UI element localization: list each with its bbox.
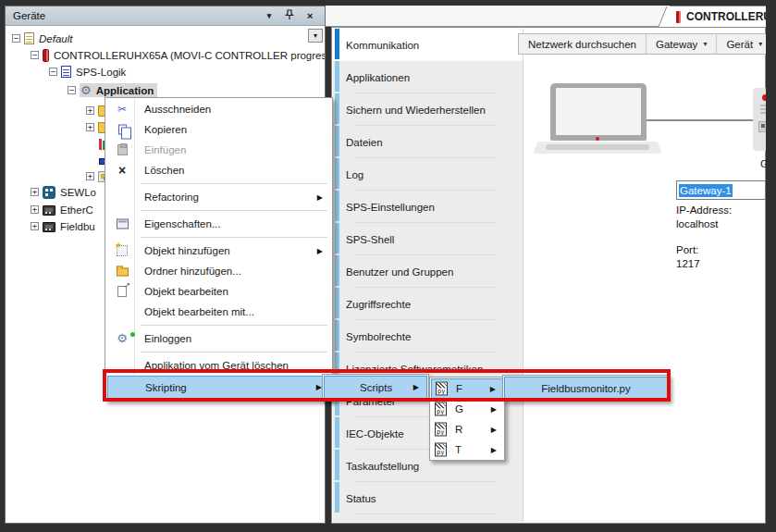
python-file-icon: py	[435, 423, 447, 437]
communication-toolbar: Netzwerk durchsuchen Gateway ▾ Gerät ▾	[518, 33, 772, 55]
paste-icon	[111, 144, 133, 155]
tab-title: CONTROLLERUHX65A	[686, 10, 776, 23]
menu-item-letter-t[interactable]: py T ▶	[431, 439, 503, 460]
controller-device-icon	[43, 49, 49, 62]
ip-address-label: IP-Address:	[676, 204, 732, 216]
scan-network-button[interactable]: Netzwerk durchsuchen	[519, 34, 647, 54]
tree-item-ethercat[interactable]: + EtherC	[31, 202, 93, 217]
add-object-icon	[111, 245, 133, 256]
menu-item-paste: Einfügen	[107, 140, 330, 160]
menu-item-add-object[interactable]: Objekt hinzufügen ▶	[107, 241, 330, 261]
copy-icon	[111, 125, 133, 135]
python-file-icon: py	[435, 402, 447, 416]
folder-icon	[111, 266, 133, 277]
ip-address-value: localhost	[676, 218, 718, 229]
nav-item-symbolrechte[interactable]: Symbolrechte	[333, 320, 523, 353]
laptop-keyboard	[546, 144, 649, 150]
expand-icon[interactable]: +	[31, 222, 39, 230]
menu-item-add-folder[interactable]: Ordner hinzufügen...	[107, 261, 330, 281]
gateway-dropdown-button[interactable]: Gateway ▾	[647, 34, 717, 54]
device-dropdown-button[interactable]: Gerät ▾	[717, 34, 771, 54]
login-gear-icon: ⚙	[111, 333, 133, 344]
tree-item-application[interactable]: − ⚙ Application	[68, 82, 157, 98]
collapse-icon[interactable]: −	[31, 51, 39, 59]
application-window: CONTROLLERUHX65A × Kommunikation Applika…	[0, 0, 776, 532]
panel-title: Geräte	[13, 10, 256, 21]
menu-item-letter-g[interactable]: py G ▶	[431, 399, 503, 419]
edit-object-icon	[111, 286, 133, 297]
nav-item-dateien[interactable]: Dateien	[333, 126, 523, 158]
sew-logo-icon	[43, 186, 55, 199]
chevron-down-icon: ▾	[758, 40, 762, 48]
nav-item-sichern[interactable]: Sichern und Wiederherstellen	[333, 93, 523, 126]
expand-icon[interactable]: +	[31, 188, 39, 196]
nav-item-log[interactable]: Log	[333, 158, 523, 191]
devices-panel-header: Geräte ▾ ×	[6, 6, 325, 26]
gateway-name-input[interactable]: Gateway-1	[676, 180, 766, 200]
menu-separator	[107, 207, 330, 214]
nav-item-kommunikation[interactable]: Kommunikation	[333, 29, 523, 61]
delete-x-icon: ×	[111, 165, 133, 176]
menu-item-refactoring[interactable]: Refactoring ▶	[107, 187, 330, 207]
menu-item-properties[interactable]: Eigenschaften...	[107, 214, 330, 234]
tree-item-sewlog[interactable]: + SEWLo	[31, 184, 96, 200]
ethernet-adapter-icon	[43, 205, 55, 216]
window-frame	[0, 524, 776, 532]
menu-separator	[107, 180, 330, 187]
menu-separator	[107, 234, 330, 241]
submenu-arrow-icon: ▶	[317, 193, 323, 202]
tab-controlleruhx65a[interactable]: CONTROLLERUHX65A ×	[670, 6, 776, 27]
gateway-name-selected-text: Gateway-1	[679, 184, 733, 197]
properties-icon	[111, 219, 133, 229]
menu-item-delete[interactable]: × Löschen	[107, 160, 330, 180]
port-value: 1217	[676, 258, 700, 269]
expand-icon[interactable]: +	[86, 106, 94, 115]
menu-item-edit-object[interactable]: Objekt bearbeiten	[107, 281, 330, 302]
fieldbus-adapter-icon	[43, 222, 55, 232]
annotation-highlight-rectangle	[103, 369, 671, 402]
menu-item-login[interactable]: ⚙ Einloggen	[107, 328, 330, 349]
nav-item-zugriffsrechte[interactable]: Zugriffsrechte	[333, 288, 523, 320]
project-icon	[24, 32, 34, 44]
collapse-icon[interactable]: −	[12, 34, 20, 43]
port-label: Port:	[676, 244, 698, 255]
menu-item-cut[interactable]: ✂ Ausschneiden	[107, 99, 330, 119]
tree-item-fieldbus[interactable]: + Fieldbu	[31, 218, 95, 234]
scissors-icon: ✂	[111, 103, 133, 116]
chevron-down-icon: ▾	[703, 40, 707, 48]
laptop-red-dot	[596, 137, 599, 141]
connection-line	[647, 119, 755, 121]
window-frame	[766, 0, 776, 532]
laptop-screen	[556, 88, 641, 135]
window-frame	[0, 0, 776, 6]
menu-item-copy[interactable]: Kopieren	[107, 119, 330, 140]
nav-item-status[interactable]: Status	[333, 482, 523, 514]
submenu-arrow-icon: ▶	[491, 446, 497, 454]
expand-icon[interactable]: +	[86, 172, 94, 180]
nav-item-applikationen[interactable]: Applikationen	[333, 61, 523, 93]
submenu-arrow-icon: ▶	[491, 405, 497, 414]
pin-icon[interactable]	[282, 9, 297, 22]
panel-menu-icon[interactable]: ▾	[262, 11, 277, 20]
tree-item-sps-logik[interactable]: − SPS-Logik	[49, 64, 126, 80]
panel-close-icon[interactable]: ×	[302, 10, 317, 21]
menu-separator	[107, 349, 330, 355]
nav-item-sps-shell[interactable]: SPS-Shell	[333, 223, 523, 255]
context-menu: ✂ Ausschneiden Kopieren Einfügen × Lösch…	[105, 97, 333, 402]
collapse-icon[interactable]: −	[49, 68, 57, 76]
tab-strip: CONTROLLERUHX65A ×	[326, 6, 766, 27]
tree-filter-dropdown[interactable]: ▾	[308, 29, 323, 43]
menu-separator	[107, 322, 330, 328]
application-gear-icon: ⚙	[80, 84, 92, 96]
submenu-arrow-icon: ▶	[317, 247, 323, 255]
tree-item-default[interactable]: − Default	[12, 31, 72, 46]
menu-item-edit-object-with[interactable]: Objekt bearbeiten mit...	[107, 302, 330, 322]
nav-item-sps-einstellungen[interactable]: SPS-Einstellungen	[333, 191, 523, 223]
expand-icon[interactable]: +	[31, 205, 39, 214]
expand-icon[interactable]: +	[86, 123, 94, 131]
tree-item-controller[interactable]: − CONTROLLERUHX65A (MOVI-C CONTROLLER pr…	[31, 47, 325, 63]
menu-item-letter-r[interactable]: py R ▶	[431, 419, 503, 439]
collapse-icon[interactable]: −	[68, 86, 76, 94]
window-frame	[0, 0, 5, 532]
nav-item-benutzer[interactable]: Benutzer und Gruppen	[333, 255, 523, 288]
